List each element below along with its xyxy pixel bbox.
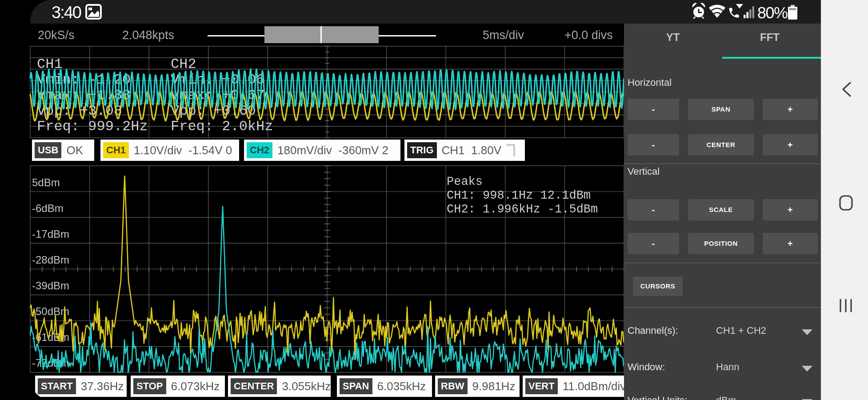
- svg-text:CH1: 998.1Hz 12.1dBm: CH1: 998.1Hz 12.1dBm: [447, 189, 591, 202]
- svg-text:Freq: 2.0kHz: Freq: 2.0kHz: [171, 118, 273, 135]
- svg-text:CH2: 1.996kHz -1.5dBm: CH2: 1.996kHz -1.5dBm: [447, 203, 598, 216]
- svg-text:CH2: CH2: [171, 56, 196, 72]
- svg-text:80%: 80%: [757, 4, 788, 22]
- svg-text:Peaks: Peaks: [447, 175, 483, 188]
